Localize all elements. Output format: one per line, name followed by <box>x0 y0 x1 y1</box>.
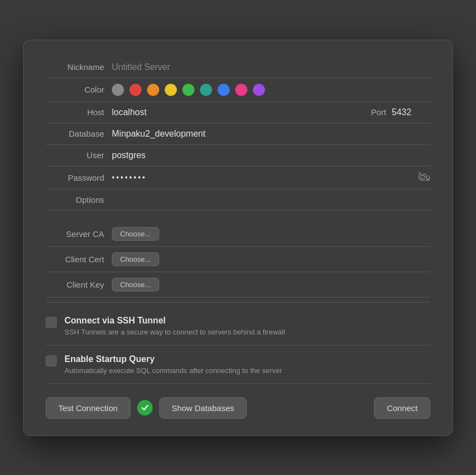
color-teal[interactable] <box>200 84 212 96</box>
database-label: Database <box>46 129 112 138</box>
client-cert-label: Client Cert <box>46 255 112 264</box>
color-label: Color <box>46 85 112 94</box>
connection-dialog: Nickname Color Host Port Database User <box>23 40 453 436</box>
startup-query-checkbox[interactable] <box>46 355 57 366</box>
user-row: User <box>46 145 430 166</box>
database-input[interactable] <box>112 129 430 139</box>
database-row: Database <box>46 123 430 145</box>
nickname-label: Nickname <box>46 62 112 72</box>
color-gray[interactable] <box>112 84 124 96</box>
server-ca-choose-button[interactable]: Choose... <box>112 227 159 241</box>
nickname-input[interactable] <box>112 62 430 72</box>
port-input[interactable] <box>392 107 430 117</box>
options-label: Options <box>46 195 112 204</box>
color-blue[interactable] <box>218 84 230 96</box>
client-key-row: Client Key Choose... <box>46 272 430 298</box>
ssh-tunnel-desc: SSH Tunnels are a secure way to connect … <box>64 328 285 336</box>
options-row: Options <box>46 190 430 210</box>
client-key-label: Client Key <box>46 280 112 289</box>
color-green[interactable] <box>182 84 194 96</box>
startup-query-content: Enable Startup Query Automatically execu… <box>64 354 282 375</box>
client-cert-choose-button[interactable]: Choose... <box>112 252 159 266</box>
host-port-row: Host Port <box>46 102 430 123</box>
startup-query-desc: Automatically execute SQL commands after… <box>64 366 282 375</box>
user-label: User <box>46 150 112 160</box>
toggle-password-icon[interactable] <box>418 172 430 183</box>
ssh-tunnel-section: Connect via SSH Tunnel SSH Tunnels are a… <box>46 307 430 346</box>
startup-query-title: Enable Startup Query <box>64 354 282 364</box>
color-red[interactable] <box>129 84 142 96</box>
show-databases-button[interactable]: Show Databases <box>159 397 247 419</box>
client-key-choose-button[interactable]: Choose... <box>112 278 159 292</box>
color-pink[interactable] <box>235 84 247 96</box>
host-label: Host <box>46 107 112 117</box>
ssh-tunnel-row: Connect via SSH Tunnel SSH Tunnels are a… <box>46 316 430 336</box>
client-cert-row: Client Cert Choose... <box>46 247 430 272</box>
test-connection-button[interactable]: Test Connection <box>46 397 131 419</box>
color-orange[interactable] <box>147 84 159 96</box>
ssh-tunnel-checkbox[interactable] <box>46 317 57 328</box>
connect-button[interactable]: Connect <box>374 397 430 419</box>
password-row: Password •••••••• <box>46 166 430 190</box>
startup-query-row: Enable Startup Query Automatically execu… <box>46 354 430 375</box>
server-ca-label: Server CA <box>46 229 112 239</box>
host-input[interactable] <box>112 107 371 117</box>
color-row: Color <box>46 78 430 102</box>
color-yellow[interactable] <box>165 84 177 96</box>
nickname-row: Nickname <box>46 57 430 78</box>
ssh-tunnel-title: Connect via SSH Tunnel <box>64 316 285 326</box>
divider-1 <box>46 302 430 303</box>
color-picker <box>112 84 265 96</box>
port-label: Port <box>371 107 386 117</box>
footer: Test Connection Show Databases Connect <box>46 384 430 419</box>
password-label: Password <box>46 173 112 182</box>
password-dots: •••••••• <box>112 173 413 182</box>
user-input[interactable] <box>112 150 430 160</box>
color-purple[interactable] <box>253 84 265 96</box>
ssh-tunnel-content: Connect via SSH Tunnel SSH Tunnels are a… <box>64 316 285 336</box>
connection-success-icon <box>137 400 153 415</box>
server-ca-row: Server CA Choose... <box>46 222 430 247</box>
startup-query-section: Enable Startup Query Automatically execu… <box>46 346 430 384</box>
